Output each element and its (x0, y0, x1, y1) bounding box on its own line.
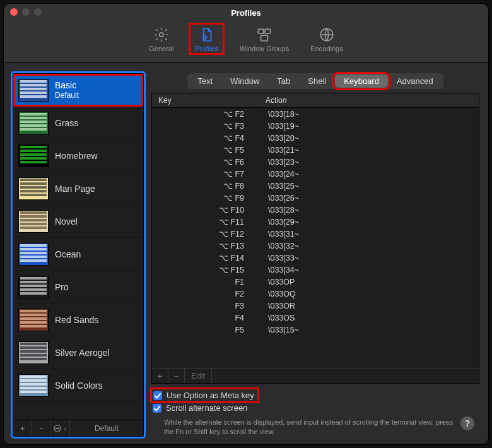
add-profile-button[interactable]: ＋ (13, 420, 32, 436)
cell-key: F1 (152, 278, 259, 286)
tab-shell[interactable]: Shell (299, 74, 335, 88)
column-header-action[interactable]: Action (259, 93, 479, 107)
table-row[interactable]: F4\033OS (152, 312, 479, 324)
table-row[interactable]: ⌥ F4\033[20~ (152, 132, 479, 144)
toolbar-label: Profiles (195, 45, 218, 52)
toolbar-item-general[interactable]: General (144, 24, 179, 54)
table-row[interactable]: F5\033[15~ (152, 324, 479, 336)
cell-key: ⌥ F12 (152, 229, 259, 239)
preferences-toolbar: General Profiles Window Groups Encodings (4, 21, 488, 63)
cell-key: ⌥ F6 (152, 157, 259, 167)
profile-row[interactable]: Ocean (13, 238, 143, 271)
table-row[interactable]: ⌥ F3\033[19~ (152, 120, 479, 132)
profile-row[interactable]: Solid Colors (13, 369, 143, 402)
toolbar-item-profiles[interactable]: Profiles (190, 24, 223, 54)
close-icon[interactable] (10, 8, 18, 16)
cell-key: ⌥ F9 (152, 193, 259, 203)
table-row[interactable]: F2\033OQ (152, 288, 479, 300)
checkbox-icon (153, 391, 162, 400)
cell-key: ⌥ F3 (152, 121, 259, 131)
profile-thumbnail (18, 79, 49, 102)
toolbar-label: Encodings (310, 45, 343, 52)
cell-action: \033OQ (259, 290, 479, 298)
table-row[interactable]: ⌥ F14\033[33~ (152, 252, 479, 264)
profile-name: Silver Aerogel (55, 348, 109, 358)
table-row[interactable]: ⌥ F13\033[32~ (152, 240, 479, 252)
svg-rect-3 (265, 29, 271, 33)
set-default-button[interactable]: Default (70, 424, 143, 433)
cell-action: \033[31~ (259, 230, 479, 239)
profile-row[interactable]: Homebrew (13, 139, 143, 172)
tab-advanced[interactable]: Advanced (388, 74, 442, 88)
svg-point-8 (57, 428, 57, 428)
tab-window[interactable]: Window (221, 74, 268, 88)
key-bindings-table: Key Action ⌥ F2\033[18~⌥ F3\033[19~⌥ F4\… (151, 93, 479, 384)
table-row[interactable]: ⌥ F11\033[29~ (152, 216, 479, 228)
cell-key: ⌥ F13 (152, 241, 259, 251)
table-row[interactable]: ⌥ F8\033[25~ (152, 180, 479, 192)
cell-action: \033[28~ (259, 206, 479, 215)
cell-action: \033OP (259, 278, 479, 286)
table-row[interactable]: ⌥ F10\033[28~ (152, 204, 479, 216)
help-button[interactable]: ? (460, 416, 474, 430)
toolbar-label: Window Groups (240, 45, 289, 52)
profile-row[interactable]: Pro (13, 271, 143, 304)
profile-row[interactable]: Grass (13, 107, 143, 139)
cell-key: F2 (152, 290, 259, 298)
add-binding-button[interactable]: ＋ (152, 368, 168, 383)
table-row[interactable]: ⌥ F7\033[24~ (152, 168, 479, 180)
cell-key: ⌥ F15 (152, 265, 259, 274)
option-use-option-as-meta[interactable]: Use Option as Meta key (153, 390, 257, 401)
cell-key: ⌥ F5 (152, 145, 259, 155)
table-row[interactable]: ⌥ F9\033[26~ (152, 192, 479, 204)
profile-thumbnail (18, 276, 49, 298)
cell-action: \033[19~ (259, 122, 479, 131)
table-row[interactable]: ⌥ F12\033[31~ (152, 228, 479, 240)
remove-binding-button[interactable]: － (168, 368, 185, 383)
svg-point-7 (56, 428, 56, 428)
keyboard-options: Use Option as Meta key Scroll alternate … (151, 390, 479, 437)
cell-action: \033OR (259, 302, 479, 310)
document-gear-icon (199, 27, 215, 43)
tab-text[interactable]: Text (189, 74, 221, 88)
table-row[interactable]: ⌥ F5\033[21~ (152, 144, 479, 156)
profile-row[interactable]: BasicDefault (13, 74, 143, 107)
profile-row[interactable]: Red Sands (13, 304, 143, 336)
profile-row[interactable]: Silver Aerogel (13, 336, 143, 369)
cell-key: ⌥ F2 (152, 109, 259, 119)
cell-action: \033OS (259, 314, 479, 322)
profile-row[interactable]: Novel (13, 205, 143, 238)
cell-action: \033[33~ (259, 254, 479, 262)
table-row[interactable]: ⌥ F15\033[34~ (152, 264, 479, 276)
option-scroll-alternate-screen[interactable]: Scroll alternate screen (153, 403, 479, 413)
profile-row[interactable]: Man Page (13, 172, 143, 205)
tab-tab[interactable]: Tab (268, 74, 299, 88)
cell-action: \033[20~ (259, 134, 479, 143)
key-bindings-body[interactable]: ⌥ F2\033[18~⌥ F3\033[19~⌥ F4\033[20~⌥ F5… (152, 108, 479, 368)
cell-key: ⌥ F7 (152, 169, 259, 179)
remove-profile-button[interactable]: － (32, 420, 51, 436)
sidebar-footer: ＋ － ⌄ Default (13, 420, 144, 437)
zoom-icon[interactable] (34, 8, 42, 16)
profile-thumbnail (18, 112, 49, 134)
table-row[interactable]: F1\033OP (152, 276, 479, 288)
table-row[interactable]: F3\033OR (152, 300, 479, 312)
tab-keyboard[interactable]: Keyboard (335, 74, 388, 88)
option-hint: While the alternate screen is displayed,… (153, 418, 479, 437)
toolbar-item-encodings[interactable]: Encodings (305, 24, 348, 54)
profile-name: Solid Colors (55, 380, 102, 391)
table-row[interactable]: ⌥ F6\033[23~ (152, 156, 479, 168)
column-header-key[interactable]: Key (152, 93, 259, 107)
chevron-down-icon: ⌄ (63, 425, 67, 431)
profile-name: Man Page (55, 184, 95, 194)
edit-binding-button[interactable]: Edit (185, 368, 212, 383)
profile-actions-menu[interactable]: ⌄ (51, 420, 70, 436)
profile-settings-panel: TextWindowTabShellKeyboardAdvanced Key A… (151, 73, 479, 437)
profile-thumbnail (18, 177, 49, 200)
toolbar-item-window-groups[interactable]: Window Groups (235, 24, 294, 54)
table-row[interactable]: ⌥ F2\033[18~ (152, 108, 479, 120)
profiles-list[interactable]: BasicDefaultGrassHomebrewMan PageNovelOc… (13, 73, 144, 420)
cell-action: \033[34~ (259, 266, 479, 274)
cell-key: ⌥ F11 (152, 217, 259, 227)
minimize-icon[interactable] (22, 8, 30, 16)
